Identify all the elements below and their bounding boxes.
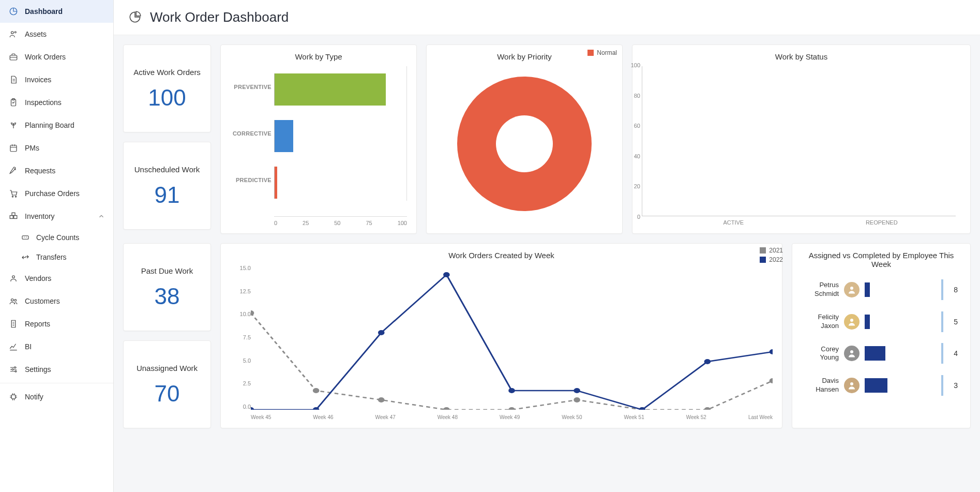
svg-point-32	[443, 272, 450, 277]
svg-point-24	[508, 407, 515, 410]
x-axis: ACTIVE REOPENED	[659, 219, 956, 226]
axis-tick: Week 49	[500, 414, 520, 420]
sidebar-item-label: Assets	[25, 30, 47, 38]
sidebar-item-label: Inspections	[25, 98, 62, 107]
axis-tick: 100	[398, 220, 407, 226]
axis-tick: 25	[303, 220, 309, 226]
sidebar-item-workorders[interactable]: Work Orders	[0, 46, 113, 68]
kpi-active-work-orders[interactable]: Active Work Orders 100	[123, 44, 211, 132]
legend-swatch	[760, 247, 766, 254]
axis-tick: 10.0	[230, 311, 251, 317]
sidebar-item-label: Inventory	[25, 212, 55, 220]
sidebar-item-label: Invoices	[25, 76, 51, 84]
row-1: Active Work Orders 100 Unscheduled Work …	[123, 44, 971, 234]
sidebar-item-label: Cycle Counts	[36, 233, 79, 242]
chip-icon	[8, 392, 19, 402]
svg-point-22	[378, 397, 385, 402]
donut-chart	[436, 66, 613, 221]
svg-point-37	[770, 349, 773, 354]
sidebar-subitem-cyclecounts[interactable]: Cycle Counts	[0, 228, 113, 247]
employee-row: Felicity Jaxon 5	[800, 306, 960, 338]
toolbox-icon	[8, 52, 19, 62]
chart-title: Work by Priority	[436, 52, 613, 61]
svg-point-17	[12, 369, 13, 370]
dashboard-pie-icon	[128, 10, 143, 25]
svg-rect-11	[12, 213, 15, 215]
chart-work-by-type[interactable]: Work by Type PREVENTIVE CORRECTIVE PREDI…	[220, 44, 417, 234]
sidebar-item-requests[interactable]: Requests	[0, 159, 113, 182]
sidebar-item-inventory[interactable]: Inventory	[0, 205, 113, 228]
svg-rect-19	[11, 395, 16, 399]
legend: Normal	[587, 49, 617, 56]
employee-name: Corey Young	[802, 345, 839, 363]
sidebar-item-reports[interactable]: Reports	[0, 312, 113, 335]
cart-icon	[8, 188, 19, 199]
sidebar-item-pms[interactable]: PMs	[0, 137, 113, 159]
bar-completed	[941, 311, 943, 332]
sidebar-item-label: Dashboard	[25, 7, 63, 16]
axis-tick: 0	[274, 220, 277, 226]
legend: 2021 2022	[760, 247, 783, 265]
sidebar-item-customers[interactable]: Customers	[0, 290, 113, 312]
settings-icon	[8, 364, 19, 375]
axis-tick: 0.0	[230, 404, 251, 410]
sidebar-item-dashboard[interactable]: Dashboard	[0, 0, 113, 23]
axis-tick: Week 52	[686, 414, 706, 420]
bar-fill-corrective	[275, 120, 293, 152]
sidebar-item-vendors[interactable]: Vendors	[0, 267, 113, 290]
employee-row: Corey Young 4	[800, 338, 960, 370]
svg-point-20	[251, 310, 254, 316]
page-title: Work Order Dashboard	[150, 9, 289, 25]
axis-tick: 75	[366, 220, 372, 226]
svg-point-2	[14, 32, 16, 33]
bar-label-predictive: PREDICTIVE	[230, 177, 272, 183]
sidebar-item-planningboard[interactable]: Planning Board	[0, 114, 113, 137]
header: Work Order Dashboard	[114, 0, 980, 35]
sidebar-item-label: Purchase Orders	[25, 189, 80, 198]
bar-completed	[941, 279, 943, 300]
sidebar-item-settings[interactable]: Settings	[0, 358, 113, 381]
sidebar-subitem-transfers[interactable]: Transfers	[0, 247, 113, 267]
chart-orders-by-week[interactable]: Work Orders Created by Week 2021 2022 15…	[220, 243, 782, 428]
sidebar-item-label: Transfers	[36, 253, 67, 261]
svg-point-27	[704, 407, 711, 410]
chart-work-by-priority[interactable]: Work by Priority Normal	[426, 44, 623, 234]
svg-rect-9	[10, 216, 13, 219]
axis-tick: Week 45	[251, 414, 271, 420]
line-chart: 15.0 12.5 10.0 7.5 5.0 2.5 0.0	[230, 265, 773, 420]
chart-work-by-status[interactable]: Work by Status 100 80 60 40 20 0 ACTIVE	[632, 44, 971, 234]
kpi-unassigned-work[interactable]: Unassigned Work 70	[123, 340, 211, 428]
sidebar-item-label: Requests	[25, 167, 55, 175]
kpi-unscheduled-work[interactable]: Unscheduled Work 91	[123, 142, 211, 230]
employee-list[interactable]: Petrus Schmidt 8 Felicity Jaxon	[800, 274, 963, 401]
sidebar-item-inspections[interactable]: Inspections	[0, 91, 113, 114]
axis-tick: Week 47	[375, 414, 395, 420]
transfer-icon	[21, 252, 30, 262]
sidebar: Dashboard Assets Work Orders Invoices In…	[0, 0, 114, 492]
row-2: Past Due Work 38 Unassigned Work 70 Work…	[123, 243, 971, 428]
vbar-chart: 100 80 60 40 20 0	[642, 66, 956, 216]
sidebar-item-bi[interactable]: BI	[0, 335, 113, 358]
axis-tick: 0	[625, 214, 640, 220]
bar-fill-preventive	[275, 73, 386, 106]
avatar	[844, 346, 860, 361]
axis-tick: 50	[334, 220, 340, 226]
kpi-value: 38	[130, 284, 204, 309]
clipboard-icon	[8, 97, 19, 108]
vendor-icon	[8, 273, 19, 284]
sidebar-item-invoices[interactable]: Invoices	[0, 68, 113, 91]
kpi-past-due-work[interactable]: Past Due Work 38	[123, 243, 211, 331]
report-icon	[8, 319, 19, 329]
employee-bars	[865, 378, 943, 393]
main: Work Order Dashboard Active Work Orders …	[114, 0, 980, 492]
chevron-up-icon	[98, 213, 105, 220]
chart-assigned-vs-completed[interactable]: Assigned vs Completed by Employee This W…	[792, 243, 971, 428]
sidebar-item-purchaseorders[interactable]: Purchase Orders	[0, 182, 113, 205]
bar-label-corrective: CORRECTIVE	[230, 130, 272, 137]
sidebar-item-notify[interactable]: Notify	[0, 385, 113, 408]
axis-tick: 80	[625, 93, 640, 99]
legend-swatch	[587, 50, 594, 56]
kpi-title: Past Due Work	[130, 265, 204, 276]
rocket-icon	[8, 166, 19, 176]
sidebar-item-assets[interactable]: Assets	[0, 23, 113, 46]
